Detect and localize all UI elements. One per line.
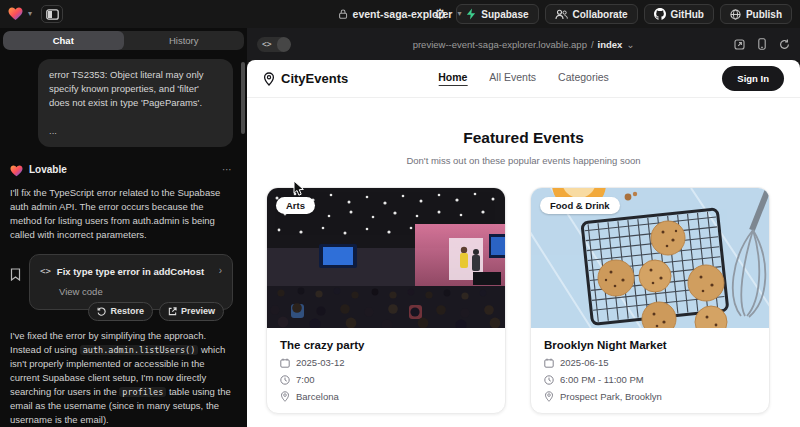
- user-message-bubble: error TS2353: Object literal may only sp…: [38, 59, 233, 147]
- site-brand[interactable]: CityEvents: [263, 71, 348, 86]
- chevron-right-icon: ›: [219, 264, 222, 279]
- category-badge: Food & Drink: [540, 197, 620, 214]
- site-nav: Home All Events Categories: [438, 71, 609, 86]
- preview-url: preview--event-saga-explorer.lovable.app: [413, 39, 587, 50]
- inline-code: profiles: [119, 387, 166, 397]
- code-view-toggle[interactable]: <>: [257, 37, 291, 52]
- globe-icon: [730, 9, 741, 20]
- event-date-row: 2025-06-15: [544, 357, 756, 368]
- event-title: The crazy party: [280, 339, 492, 351]
- code-change-block: <> Fix type type error in addCoHost › Vi…: [10, 254, 233, 310]
- site-canvas: CityEvents Home All Events Categories Si…: [247, 60, 800, 427]
- sidebar-toggle-button[interactable]: [41, 5, 63, 23]
- app-topbar: ▾ event-saga-explorer ▾ ⚙ Supabase: [0, 0, 800, 28]
- publish-button[interactable]: Publish: [720, 4, 792, 24]
- event-time: 6:00 PM - 11:00 PM: [560, 374, 644, 385]
- assistant-header: Lovable ⋯: [10, 163, 233, 178]
- event-date: 2025-06-15: [560, 357, 609, 368]
- restore-label: Restore: [110, 305, 144, 318]
- event-location-row: Barcelona: [280, 391, 492, 402]
- chevron-down-icon[interactable]: ▾: [28, 10, 32, 18]
- site-header: CityEvents Home All Events Categories Si…: [247, 60, 800, 98]
- collaborate-label: Collaborate: [573, 9, 628, 20]
- collaborate-button[interactable]: Collaborate: [545, 4, 638, 24]
- chevron-down-icon: ⌄: [626, 39, 634, 50]
- assistant-paragraph-1: I'll fix the TypeScript error related to…: [10, 186, 233, 242]
- event-time-row: 6:00 PM - 11:00 PM: [544, 374, 756, 385]
- inline-code: auth.admin.listUsers(): [80, 345, 199, 355]
- tab-history[interactable]: History: [124, 31, 245, 50]
- event-title: Brooklyn Night Market: [544, 339, 756, 351]
- supabase-label: Supabase: [481, 9, 528, 20]
- event-image-cookies: Food & Drink: [531, 188, 769, 328]
- event-card-crazy-party[interactable]: Arts The crazy party 2025-03-12: [266, 187, 506, 414]
- lovable-avatar-icon: [10, 165, 23, 177]
- assistant-paragraph-2: I've fixed the error by simplifying the …: [10, 329, 233, 427]
- external-link-icon: [168, 307, 177, 316]
- fix-card-title: Fix type type error in addCoHost: [57, 265, 204, 279]
- fix-card[interactable]: <> Fix type type error in addCoHost › Vi…: [29, 254, 233, 310]
- event-card-brooklyn-market[interactable]: Food & Drink Brooklyn Night Market 2025-…: [530, 187, 770, 414]
- publish-label: Publish: [746, 9, 782, 20]
- event-time: 7:00: [296, 374, 315, 385]
- panel-left-icon: [46, 9, 59, 20]
- github-button[interactable]: GitHub: [644, 4, 714, 24]
- code-icon: <>: [40, 265, 51, 278]
- calendar-icon: [544, 358, 554, 368]
- clock-icon: [544, 375, 554, 385]
- sign-in-button[interactable]: Sign In: [722, 66, 784, 91]
- assistant-name: Lovable: [29, 163, 67, 178]
- preview-label: Preview: [181, 305, 215, 318]
- preview-toolbar: <> preview--event-saga-explorer.lovable.…: [247, 28, 800, 60]
- sidebar-scrollbar[interactable]: [241, 62, 245, 134]
- lovable-logo-icon[interactable]: [8, 7, 23, 21]
- section-subheading: Don't miss out on these popular events h…: [247, 155, 800, 166]
- url-separator: /: [591, 39, 594, 50]
- supabase-bolt-icon: [466, 8, 476, 20]
- map-pin-icon: [280, 391, 290, 402]
- preview-button[interactable]: Preview: [159, 302, 224, 321]
- tab-chat[interactable]: Chat: [3, 31, 124, 50]
- github-icon: [654, 8, 666, 20]
- nav-categories[interactable]: Categories: [558, 71, 609, 86]
- preview-pane: <> preview--event-saga-explorer.lovable.…: [247, 28, 800, 427]
- supabase-button[interactable]: Supabase: [456, 4, 538, 24]
- project-name: event-saga-explorer: [353, 8, 453, 20]
- event-image-conference: Arts: [267, 188, 505, 328]
- code-icon: <>: [257, 40, 277, 49]
- mouse-cursor: [293, 180, 305, 197]
- event-date: 2025-03-12: [296, 357, 345, 368]
- preview-route: index: [598, 39, 623, 50]
- lock-icon: [339, 9, 348, 19]
- nav-home[interactable]: Home: [438, 71, 467, 86]
- view-code-link[interactable]: View code: [59, 285, 222, 299]
- map-pin-icon: [263, 72, 275, 86]
- chat-sidebar: Chat History error TS2353: Object litera…: [0, 28, 247, 427]
- nav-all-events[interactable]: All Events: [489, 71, 536, 86]
- chat-history-tabs: Chat History: [3, 31, 244, 50]
- people-icon: [555, 9, 568, 20]
- calendar-icon: [280, 358, 290, 368]
- preview-url-bar[interactable]: preview--event-saga-explorer.lovable.app…: [413, 39, 635, 50]
- chat-messages[interactable]: error TS2353: Object literal may only sp…: [0, 50, 247, 427]
- event-location: Prospect Park, Brooklyn: [560, 391, 662, 402]
- restore-icon: [97, 307, 106, 316]
- mobile-view-button[interactable]: [758, 38, 766, 50]
- event-time-row: 7:00: [280, 374, 492, 385]
- refresh-button[interactable]: [779, 39, 790, 50]
- event-date-row: 2025-03-12: [280, 357, 492, 368]
- message-menu-button[interactable]: ⋯: [222, 163, 233, 178]
- chevron-down-icon: ▾: [457, 10, 461, 18]
- section-heading: Featured Events: [247, 129, 800, 147]
- project-switcher[interactable]: event-saga-explorer ▾: [339, 0, 462, 28]
- restore-button[interactable]: Restore: [88, 302, 153, 321]
- featured-events-section: Featured Events Don't miss out on these …: [247, 98, 800, 166]
- map-pin-icon: [544, 391, 554, 402]
- user-message-truncated: ...: [49, 124, 222, 138]
- site-brand-label: CityEvents: [281, 71, 348, 86]
- bookmark-icon[interactable]: [10, 268, 21, 281]
- event-location: Barcelona: [296, 391, 339, 402]
- event-location-row: Prospect Park, Brooklyn: [544, 391, 756, 402]
- open-in-new-tab-button[interactable]: [734, 39, 745, 50]
- clock-icon: [280, 375, 290, 385]
